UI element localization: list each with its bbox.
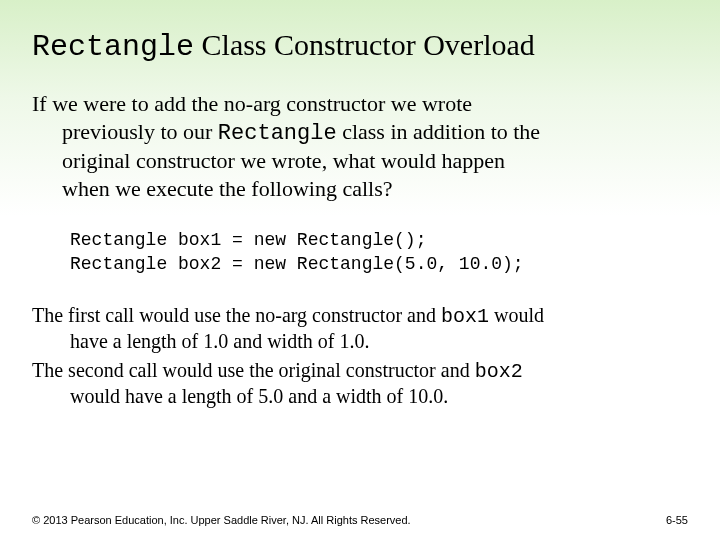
para1-cont3: when we execute the following calls? bbox=[32, 175, 688, 203]
para1-cont1b: class in addition to the bbox=[337, 119, 540, 144]
expl1-code: box1 bbox=[441, 305, 489, 328]
code-line-2: Rectangle box2 = new Rectangle(5.0, 10.0… bbox=[70, 254, 524, 274]
para1-cont1a: previously to our bbox=[62, 119, 218, 144]
code-line-1: Rectangle box1 = new Rectangle(); bbox=[70, 230, 426, 250]
para1-cont2: original constructor we wrote, what woul… bbox=[32, 147, 688, 175]
footer: © 2013 Pearson Education, Inc. Upper Sad… bbox=[32, 514, 688, 526]
explanation-2: The second call would use the original c… bbox=[32, 358, 688, 409]
para1-lead: If we were to add the no-arg constructor… bbox=[32, 91, 472, 116]
explanation-1: The first call would use the no-arg cons… bbox=[32, 303, 688, 354]
expl2-code: box2 bbox=[475, 360, 523, 383]
slide-title: Rectangle Class Constructor Overload bbox=[32, 28, 688, 64]
copyright-text: © 2013 Pearson Education, Inc. Upper Sad… bbox=[32, 514, 411, 526]
title-code: Rectangle bbox=[32, 30, 194, 64]
expl2-a: The second call would use the original c… bbox=[32, 359, 475, 381]
title-rest: Class Constructor Overload bbox=[194, 28, 535, 61]
expl2-c: would have a length of 5.0 and a width o… bbox=[32, 384, 688, 409]
expl1-b: would bbox=[489, 304, 544, 326]
code-block: Rectangle box1 = new Rectangle(); Rectan… bbox=[70, 228, 688, 277]
expl1-a: The first call would use the no-arg cons… bbox=[32, 304, 441, 326]
expl1-c: have a length of 1.0 and width of 1.0. bbox=[32, 329, 688, 354]
page-number: 6-55 bbox=[666, 514, 688, 526]
intro-paragraph: If we were to add the no-arg constructor… bbox=[32, 90, 688, 202]
para1-code: Rectangle bbox=[218, 121, 337, 146]
